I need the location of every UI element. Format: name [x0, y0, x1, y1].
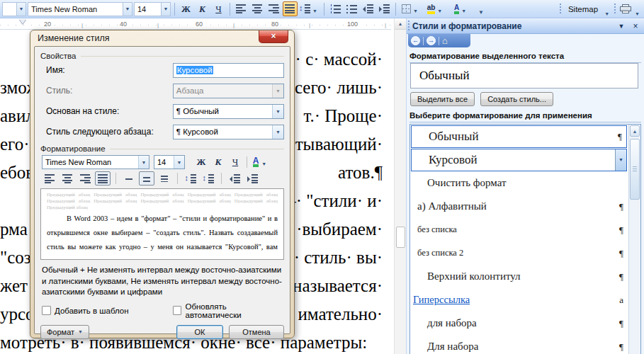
dialog-align-left-button[interactable] — [42, 171, 57, 185]
toolbar-grip[interactable] — [559, 4, 562, 15]
dialog-decrease-indent-button[interactable] — [227, 171, 242, 185]
paragraph-style-marker: ¶ — [619, 318, 623, 329]
styles-task-pane: Стили и форматирование ▼ × ← → ⌂ Формати… — [406, 18, 644, 354]
forward-icon[interactable]: → — [426, 36, 436, 45]
dialog-size-value: 14 — [154, 158, 174, 166]
one-half-spacing-icon — [143, 176, 150, 182]
chevron-down-icon: ▼ — [272, 84, 283, 98]
font-color-button[interactable]: А ▼ — [449, 1, 473, 16]
font-size-combo[interactable]: 14 ▼ — [134, 2, 171, 16]
document-scrollbar[interactable]: ▲ — [394, 18, 406, 354]
increase-paragraph-spacing-button[interactable] — [183, 171, 198, 185]
auto-update-checkbox[interactable]: Обновлять автоматически — [173, 302, 284, 319]
styles-list-scrollbar[interactable]: ▲ — [628, 125, 640, 354]
line-spacing-button[interactable]: ▼ — [299, 1, 320, 16]
style-item[interactable]: а) Алфавитный¶ — [410, 195, 640, 218]
scrollbar-thumb[interactable] — [630, 139, 640, 200]
task-pane-close-icon[interactable]: × — [630, 21, 641, 31]
ok-button[interactable]: ОК — [176, 325, 223, 339]
horizontal-ruler[interactable]: 20|40|60|80|100| — [0, 20, 391, 30]
style-item[interactable]: для набора¶ — [410, 312, 640, 335]
dialog-font-combo[interactable]: Times New Roman ▼ — [42, 155, 149, 169]
align-center-button[interactable] — [250, 1, 265, 16]
style-item[interactable]: Верхний колонтитул¶ — [410, 265, 640, 288]
select-all-button[interactable]: Выделить все — [410, 92, 475, 106]
bold-icon: Ж — [197, 156, 206, 168]
ruler-number: 20 — [43, 21, 52, 28]
task-pane-grip[interactable] — [407, 21, 410, 32]
dialog-bold-button[interactable]: Ж — [193, 155, 209, 169]
style-item[interactable]: без списка¶ — [410, 218, 640, 241]
numbered-list-button[interactable] — [328, 1, 343, 16]
style-item[interactable]: Курсовой▼ — [411, 149, 627, 171]
style-name-input[interactable]: Курсовой — [173, 63, 284, 78]
dialog-align-center-button[interactable] — [60, 171, 75, 185]
one-half-spacing-button[interactable] — [139, 171, 154, 185]
toolbar-options-icon[interactable]: ▼ — [633, 11, 642, 16]
previous-paragraph-text: Предыдущий абзац Предыдущий абзац Предыд… — [47, 192, 278, 211]
new-style-button[interactable]: Создать стиль... — [480, 92, 553, 106]
style-item[interactable]: Гиперссылкаa — [410, 288, 640, 312]
based-on-combo[interactable]: ¶ Обычный ▼ — [173, 104, 284, 119]
style-combo[interactable]: ▼ — [2, 2, 26, 16]
highlight-button[interactable]: ab ▼ — [424, 1, 448, 16]
dialog-size-combo[interactable]: 14 ▼ — [154, 155, 185, 169]
align-justify-button[interactable] — [283, 1, 298, 16]
next-style-combo[interactable]: ¶ Курсовой ▼ — [173, 125, 284, 139]
italic-icon: К — [199, 4, 205, 15]
scroll-up-icon[interactable]: ▲ — [395, 18, 406, 30]
style-item[interactable]: без списка 2¶ — [410, 241, 640, 265]
bold-button[interactable]: Ж — [179, 1, 193, 16]
properties-group-label: Свойства — [40, 52, 77, 60]
font-color-icon: А — [253, 157, 259, 167]
style-item-label: без списка — [417, 224, 457, 235]
dialog-increase-indent-button[interactable] — [244, 171, 260, 185]
style-item[interactable]: Обычный¶ — [411, 125, 627, 148]
bullet-list-button[interactable] — [344, 1, 359, 16]
style-item[interactable]: Очистить формат — [410, 171, 640, 195]
document-text-fragment: жет — [0, 276, 28, 296]
document-text-fragment: ·выбираем· — [296, 219, 383, 239]
scroll-up-icon[interactable]: ▲ — [630, 125, 640, 137]
align-right-button[interactable] — [266, 1, 281, 16]
italic-button[interactable]: К — [195, 1, 210, 16]
dialog-underline-button[interactable]: Ч — [227, 155, 243, 169]
sitemap-button[interactable]: Sitemap — [564, 4, 602, 15]
dialog-font-color-button[interactable]: А ▼ — [251, 155, 271, 169]
numbered-list-icon — [330, 4, 341, 13]
home-icon[interactable]: ⌂ — [442, 36, 448, 45]
align-left-button[interactable] — [234, 1, 249, 16]
indent-marker[interactable] — [19, 19, 26, 24]
dialog-italic-button[interactable]: К — [210, 155, 226, 169]
checkbox-icon — [173, 306, 182, 315]
double-spacing-button[interactable] — [157, 171, 172, 185]
borders-button[interactable]: ▼ — [400, 1, 422, 16]
single-spacing-button[interactable] — [121, 171, 137, 185]
document-text-fragment: ебов — [0, 163, 34, 183]
format-menu-button[interactable]: Формат▼ — [40, 325, 89, 339]
add-to-template-checkbox[interactable]: Добавить в шаблон — [42, 306, 173, 315]
print-icon[interactable] — [620, 4, 631, 13]
increase-indent-button[interactable] — [377, 1, 392, 16]
cancel-button[interactable]: Отмена — [229, 325, 284, 339]
scrollbar-thumb[interactable] — [396, 227, 405, 248]
toolbar-grip[interactable] — [614, 4, 616, 15]
toolbar-options-icon[interactable]: ▼ — [602, 11, 611, 16]
chevron-down-icon: ▼ — [459, 8, 468, 13]
decrease-indent-icon — [363, 4, 373, 13]
decrease-paragraph-spacing-button[interactable] — [200, 171, 216, 185]
dialog-align-right-button[interactable] — [77, 171, 93, 185]
sample-paragraph-text: В Word 2003 – идем в "формат" – "стили и… — [47, 212, 278, 260]
underline-button[interactable]: Ч — [211, 1, 226, 16]
style-item[interactable]: Для набора¶ — [410, 335, 640, 354]
current-style-box[interactable]: Обычный — [410, 63, 638, 88]
close-icon[interactable]: × — [259, 30, 288, 43]
style-item-dropdown-icon[interactable]: ▼ — [615, 149, 626, 171]
dialog-align-justify-button[interactable] — [95, 171, 111, 185]
toolbar-options-icon[interactable]: ▼ — [476, 9, 486, 16]
decrease-indent-button[interactable] — [361, 1, 375, 16]
task-pane-menu-icon[interactable]: ▼ — [616, 23, 627, 30]
paragraph-style-marker: ¶ — [619, 201, 623, 212]
font-name-combo[interactable]: Times New Roman ▼ — [28, 2, 132, 16]
back-icon[interactable]: ← — [411, 36, 420, 45]
